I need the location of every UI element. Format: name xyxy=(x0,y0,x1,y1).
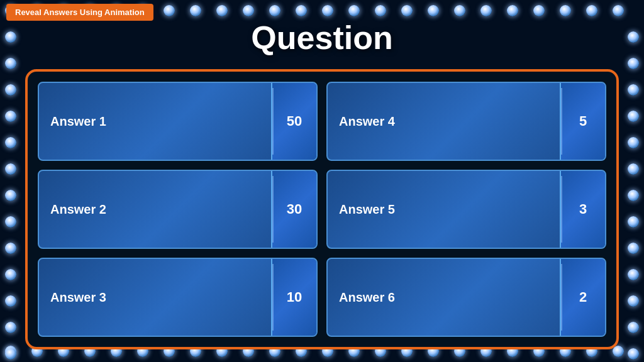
light-dot xyxy=(613,346,624,357)
light-dot xyxy=(5,84,16,96)
answer-text-answer1: Answer 1 xyxy=(39,83,271,160)
light-dot xyxy=(5,216,16,228)
light-dot xyxy=(5,243,16,254)
answer-card-answer1[interactable]: Answer 150 xyxy=(38,82,318,161)
light-dot xyxy=(628,58,639,69)
light-dot xyxy=(322,5,333,16)
light-dot xyxy=(628,348,639,359)
light-dot xyxy=(5,190,16,201)
light-dot xyxy=(216,5,228,16)
light-dot xyxy=(296,5,307,16)
answer-score-answer2: 30 xyxy=(271,171,316,248)
light-dot xyxy=(560,5,571,16)
light-dot xyxy=(454,5,465,16)
answer-card-answer4[interactable]: Answer 45 xyxy=(326,82,606,161)
light-dot xyxy=(613,5,624,16)
light-dot xyxy=(269,5,280,16)
light-dot xyxy=(5,58,16,69)
light-dot xyxy=(5,137,16,148)
light-dot xyxy=(533,5,545,16)
answer-score-answer4: 5 xyxy=(560,83,605,160)
question-title: Question xyxy=(0,19,644,57)
light-dot xyxy=(628,216,639,228)
light-dot xyxy=(5,348,16,359)
light-dot xyxy=(628,269,639,280)
game-board: Answer 150Answer 45Answer 230Answer 53An… xyxy=(25,69,619,349)
answer-score-answer3: 10 xyxy=(271,259,316,336)
answer-card-answer3[interactable]: Answer 310 xyxy=(38,258,318,337)
light-dot xyxy=(375,5,386,16)
answer-card-answer2[interactable]: Answer 230 xyxy=(38,170,318,249)
light-dot xyxy=(428,5,439,16)
answer-text-answer6: Answer 6 xyxy=(328,259,560,336)
reveal-answers-button[interactable]: Reveal Answers Using Animation xyxy=(6,4,153,21)
answers-grid: Answer 150Answer 45Answer 230Answer 53An… xyxy=(38,82,606,337)
answer-text-answer3: Answer 3 xyxy=(39,259,271,336)
light-dot xyxy=(5,163,16,175)
light-dot xyxy=(628,322,639,333)
light-dot xyxy=(480,5,492,16)
answer-score-answer6: 2 xyxy=(560,259,605,336)
light-dot xyxy=(507,5,518,16)
light-dot xyxy=(5,295,16,307)
light-dot xyxy=(628,84,639,96)
light-dot xyxy=(586,5,597,16)
light-dot xyxy=(190,5,201,16)
light-dot xyxy=(628,190,639,201)
answer-text-answer5: Answer 5 xyxy=(328,171,560,248)
light-dot xyxy=(5,111,16,122)
light-dot xyxy=(401,5,413,16)
light-dot xyxy=(628,243,639,254)
answer-text-answer2: Answer 2 xyxy=(39,171,271,248)
answer-score-answer5: 3 xyxy=(560,171,605,248)
light-dot xyxy=(628,111,639,122)
light-dot xyxy=(628,295,639,307)
answer-card-answer6[interactable]: Answer 62 xyxy=(326,258,606,337)
light-dot xyxy=(5,322,16,333)
light-dot xyxy=(243,5,254,16)
answer-text-answer4: Answer 4 xyxy=(328,83,560,160)
light-dot xyxy=(5,269,16,280)
light-dot xyxy=(164,5,175,16)
light-dot xyxy=(628,163,639,175)
answer-score-answer1: 50 xyxy=(271,83,316,160)
light-dot xyxy=(348,5,360,16)
light-dot xyxy=(628,137,639,148)
answer-card-answer5[interactable]: Answer 53 xyxy=(326,170,606,249)
